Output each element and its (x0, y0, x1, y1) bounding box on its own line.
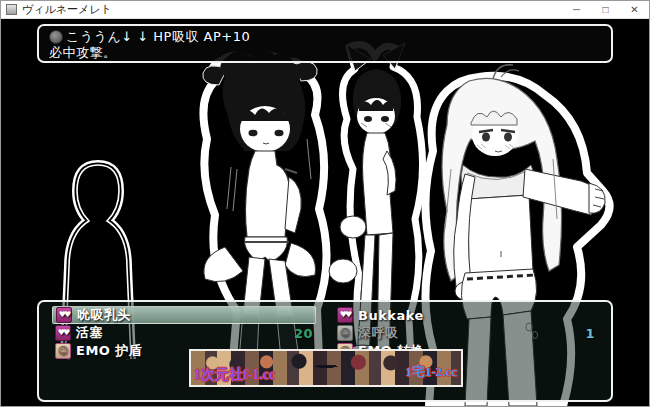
skill-item-deep-breath[interactable]: 深呼吸 1 (334, 324, 598, 342)
emo-face-icon (55, 343, 71, 359)
minimize-button[interactable]: ─ (562, 1, 591, 18)
skill-label: Bukkake (358, 308, 424, 323)
state-icon (49, 30, 63, 44)
close-button[interactable]: ✕ (620, 1, 649, 18)
skill-cost-mp: 1 (585, 326, 595, 341)
ad-banner[interactable]: 1次元社f-1.cc 1宅1-2.cc (189, 349, 463, 387)
state-name: こううん (66, 29, 121, 45)
window-title: ヴィルネーメレト (22, 2, 112, 17)
hearts-icon (56, 307, 72, 323)
skill-item-bukkake[interactable]: Bukkake (334, 306, 598, 324)
maximize-button[interactable]: □ (591, 1, 620, 18)
battle-log-line-2: 必中攻撃。 (49, 45, 601, 61)
skill-label: 吮吸乳头 (77, 306, 131, 324)
skill-item-piston[interactable]: 活塞 20 (52, 324, 316, 342)
skill-label: EMO 护盾 (76, 342, 142, 360)
app-icon (6, 4, 17, 15)
title-bar[interactable]: ヴィルネーメレト ─ □ ✕ (1, 1, 649, 19)
emo-face-icon (337, 325, 353, 341)
game-viewport[interactable]: こううん ↓ ↓ HP吸収 AP+10 必中攻撃。 吮吸乳头 Bukkake (1, 19, 649, 406)
skill-item-suck[interactable]: 吮吸乳头 (52, 306, 316, 324)
hearts-icon (337, 307, 353, 323)
hearts-icon (55, 325, 71, 341)
ad-banner-url-right[interactable]: 1宅1-2.cc (405, 363, 457, 381)
skill-label: 活塞 (76, 324, 103, 342)
app-window: ヴィルネーメレト ─ □ ✕ (0, 0, 650, 407)
battle-log-window[interactable]: こううん ↓ ↓ HP吸収 AP+10 必中攻撃。 (37, 24, 613, 63)
battle-log-line-1: こううん ↓ ↓ HP吸収 AP+10 (49, 29, 601, 45)
skill-label: 深呼吸 (358, 324, 399, 342)
state-effects: ↓ ↓ HP吸収 AP+10 (121, 29, 250, 45)
skill-cost-tp: 20 (294, 326, 313, 341)
window-controls: ─ □ ✕ (562, 1, 649, 18)
ad-banner-url-left[interactable]: 1次元社f-1.cc (194, 366, 275, 384)
